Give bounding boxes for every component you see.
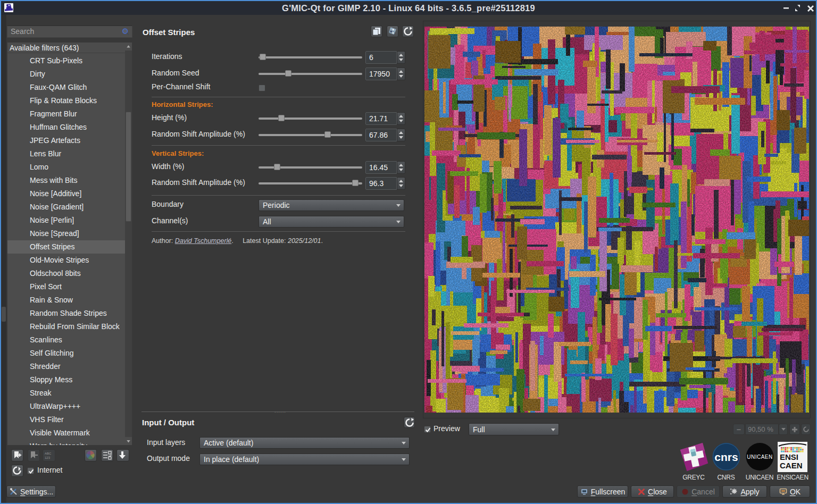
- svg-text:ABC: ABC: [45, 452, 52, 455]
- svg-text:cnrs: cnrs: [714, 451, 738, 463]
- svg-text:UNICAEN: UNICAEN: [747, 454, 773, 460]
- svg-text:CAEN: CAEN: [780, 461, 803, 470]
- svg-text:ENSI: ENSI: [780, 452, 798, 461]
- svg-text:123: 123: [45, 456, 51, 459]
